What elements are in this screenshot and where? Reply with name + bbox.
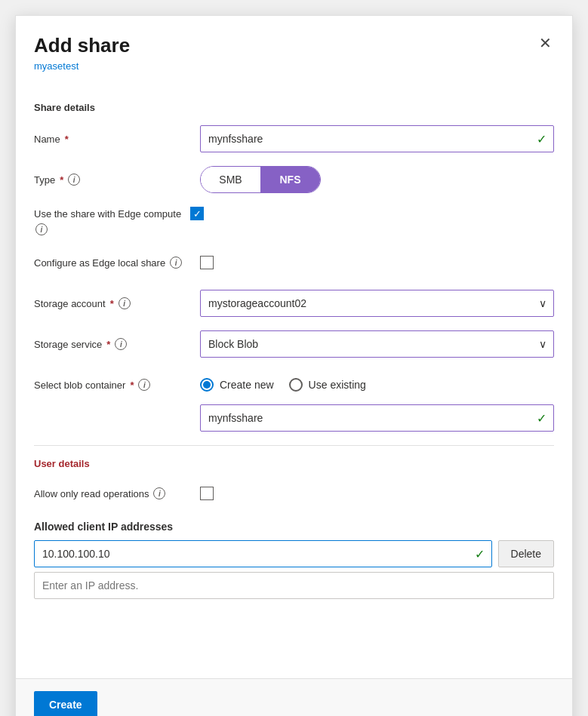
blob-container-top: Select blob container * i Create new Use… [34,371,554,398]
edge-compute-top: Use the share with Edge compute [34,207,554,220]
blob-input-wrapper: ✓ [200,404,554,432]
name-input-wrapper: ✓ [200,125,554,152]
blob-input-area: ✓ [34,404,554,432]
edge-local-checkbox-control [200,256,554,269]
ip-row-new [34,572,554,599]
allow-read-checkbox[interactable] [200,487,214,500]
ip-table-title: Allowed client IP addresses [34,521,554,533]
dialog-header: Add share myasetest ✕ [16,16,572,84]
user-details-label: User details [34,458,554,469]
storage-account-select-wrapper: mystorageaccount02 ∨ [200,290,554,317]
type-toggle: SMB NFS [200,166,321,193]
name-required-star: * [65,134,69,145]
storage-account-row: Storage account * i mystorageaccount02 ∨ [34,290,554,317]
storage-account-control: mystorageaccount02 ∨ [200,290,554,317]
storage-service-row: Storage service * i Block Blob ∨ [34,330,554,358]
edge-compute-row: Use the share with Edge compute i [34,207,554,235]
blob-create-new-radio[interactable] [200,378,214,392]
name-field-control: ✓ [200,125,554,152]
name-check-icon: ✓ [537,132,546,146]
storage-service-label: Storage service * i [34,338,200,350]
delete-button[interactable]: Delete [498,540,554,567]
dialog-title: Add share [34,34,554,57]
blob-name-input[interactable] [200,404,554,432]
ip-row-existing: ✓ Delete [34,540,554,567]
type-label: Type * i [34,174,200,186]
dialog-body: Share details Name * ✓ Type * i [16,84,572,678]
type-smb-option[interactable]: SMB [201,167,260,192]
name-label: Name * [34,134,200,145]
type-info-icon[interactable]: i [68,174,80,186]
allow-read-row: Allow only read operations i [34,480,554,507]
separator [34,445,554,446]
type-nfs-option[interactable]: NFS [260,167,320,192]
blob-container-row: Select blob container * i Create new Use… [34,371,554,432]
blob-use-existing-radio[interactable] [289,378,303,392]
edge-local-checkbox[interactable] [200,256,214,269]
ip-placeholder-input[interactable] [34,572,554,599]
type-required-star: * [60,174,63,186]
edge-compute-label: Use the share with Edge compute [34,208,181,220]
ip-input-wrapper: ✓ [34,540,492,567]
type-toggle-control: SMB NFS [200,166,554,193]
storage-service-control: Block Blob ∨ [200,330,554,358]
ip-check-icon: ✓ [475,547,485,561]
dialog-footer: Create [16,678,572,716]
storage-service-info-icon[interactable]: i [115,338,127,350]
blob-create-new-option[interactable]: Create new [200,378,274,392]
edge-compute-info-row: i [34,223,554,235]
blob-use-existing-option[interactable]: Use existing [289,378,366,392]
create-button[interactable]: Create [34,691,97,716]
blob-container-required-star: * [130,380,134,391]
name-field-row: Name * ✓ [34,125,554,152]
edge-compute-checkbox[interactable] [190,207,204,220]
name-input[interactable] [200,125,554,152]
storage-service-select-wrapper: Block Blob ∨ [200,330,554,358]
storage-service-select[interactable]: Block Blob [200,330,554,358]
edge-local-info-icon[interactable]: i [170,257,182,269]
blob-radio-group: Create new Use existing [200,378,554,392]
edge-local-label: Configure as Edge local share i [34,257,200,269]
blob-check-icon: ✓ [537,411,546,426]
close-button[interactable]: ✕ [533,31,557,55]
storage-account-label: Storage account * i [34,297,200,309]
allow-read-info-icon[interactable]: i [153,487,165,499]
user-details-section: User details Allow only read operations … [34,458,554,507]
storage-account-info-icon[interactable]: i [119,297,131,309]
storage-account-required-star: * [110,298,114,309]
blob-container-info-icon[interactable]: i [138,379,150,391]
blob-radio-group-control: Create new Use existing [200,378,554,392]
edge-compute-info-icon[interactable]: i [35,223,48,235]
storage-service-required-star: * [106,339,110,350]
ip-table-section: Allowed client IP addresses ✓ Delete [34,521,554,599]
add-share-dialog: Add share myasetest ✕ Share details Name… [15,15,573,716]
share-details-section-label: Share details [34,102,554,113]
storage-account-select[interactable]: mystorageaccount02 [200,290,554,317]
allow-read-checkbox-control [200,487,554,500]
dialog-subtitle: myasetest [34,60,554,72]
ip-input[interactable] [34,540,492,567]
allow-read-label: Allow only read operations i [34,487,200,499]
blob-container-label: Select blob container * i [34,379,200,391]
type-field-row: Type * i SMB NFS [34,166,554,193]
edge-local-row: Configure as Edge local share i [34,249,554,276]
